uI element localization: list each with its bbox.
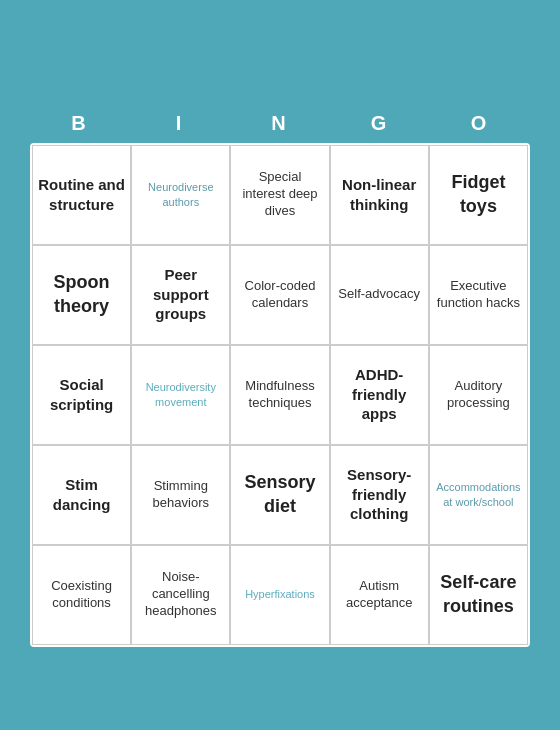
cell-text-r2-c1: Spoon theory — [38, 271, 125, 318]
cell-text-r4-c5: Accommodations at work/school — [435, 480, 522, 509]
cell-r1-c2: Neurodiverse authors — [131, 145, 230, 245]
cell-text-r3-c3: Mindfulness techniques — [236, 378, 323, 412]
cell-r4-c1: Stim dancing — [32, 445, 131, 545]
cell-r4-c4: Sensory-friendly clothing — [330, 445, 429, 545]
cell-text-r4-c1: Stim dancing — [38, 475, 125, 514]
bingo-grid: Routine and structureNeurodiverse author… — [30, 143, 530, 647]
cell-text-r5-c1: Coexisting conditions — [38, 578, 125, 612]
cell-r2-c2: Peer support groups — [131, 245, 230, 345]
cell-r5-c2: Noise-cancelling headphones — [131, 545, 230, 645]
cell-r3-c2: Neurodiversity movement — [131, 345, 230, 445]
cell-r2-c3: Color-coded calendars — [230, 245, 329, 345]
cell-text-r5-c4: Autism acceptance — [336, 578, 423, 612]
cell-text-r2-c3: Color-coded calendars — [236, 278, 323, 312]
cell-r4-c3: Sensory diet — [230, 445, 329, 545]
cell-r3-c5: Auditory processing — [429, 345, 528, 445]
header-letter-I: I — [130, 108, 230, 139]
cell-r2-c5: Executive function hacks — [429, 245, 528, 345]
cell-text-r1-c3: Special interest deep dives — [236, 169, 323, 220]
cell-r4-c5: Accommodations at work/school — [429, 445, 528, 545]
cell-text-r1-c5: Fidget toys — [435, 171, 522, 218]
cell-text-r4-c3: Sensory diet — [236, 471, 323, 518]
cell-r1-c4: Non-linear thinking — [330, 145, 429, 245]
header-letter-O: O — [430, 108, 530, 139]
cell-r5-c4: Autism acceptance — [330, 545, 429, 645]
cell-text-r5-c3: Hyperfixations — [245, 587, 315, 601]
cell-r3-c3: Mindfulness techniques — [230, 345, 329, 445]
cell-text-r4-c4: Sensory-friendly clothing — [336, 465, 423, 524]
cell-text-r3-c4: ADHD-friendly apps — [336, 365, 423, 424]
header-letter-N: N — [230, 108, 330, 139]
cell-text-r3-c2: Neurodiversity movement — [137, 380, 224, 409]
cell-text-r2-c2: Peer support groups — [137, 265, 224, 324]
cell-r2-c1: Spoon theory — [32, 245, 131, 345]
cell-text-r5-c5: Self-care routines — [435, 571, 522, 618]
cell-text-r1-c2: Neurodiverse authors — [137, 180, 224, 209]
cell-r1-c1: Routine and structure — [32, 145, 131, 245]
bingo-header: BINGO — [30, 108, 530, 139]
cell-text-r5-c2: Noise-cancelling headphones — [137, 569, 224, 620]
bingo-card: BINGO Routine and structureNeurodiverse … — [20, 64, 540, 667]
header-letter-B: B — [30, 108, 130, 139]
cell-r2-c4: Self-advocacy — [330, 245, 429, 345]
cell-text-r2-c5: Executive function hacks — [435, 278, 522, 312]
cell-r5-c5: Self-care routines — [429, 545, 528, 645]
cell-r5-c1: Coexisting conditions — [32, 545, 131, 645]
cell-r4-c2: Stimming behaviors — [131, 445, 230, 545]
cell-r5-c3: Hyperfixations — [230, 545, 329, 645]
cell-text-r4-c2: Stimming behaviors — [137, 478, 224, 512]
card-title — [30, 74, 530, 108]
cell-text-r1-c4: Non-linear thinking — [336, 175, 423, 214]
cell-r3-c1: Social scripting — [32, 345, 131, 445]
cell-r3-c4: ADHD-friendly apps — [330, 345, 429, 445]
cell-r1-c3: Special interest deep dives — [230, 145, 329, 245]
header-letter-G: G — [330, 108, 430, 139]
cell-r1-c5: Fidget toys — [429, 145, 528, 245]
cell-text-r3-c1: Social scripting — [38, 375, 125, 414]
cell-text-r3-c5: Auditory processing — [435, 378, 522, 412]
cell-text-r1-c1: Routine and structure — [38, 175, 125, 214]
cell-text-r2-c4: Self-advocacy — [338, 286, 420, 303]
